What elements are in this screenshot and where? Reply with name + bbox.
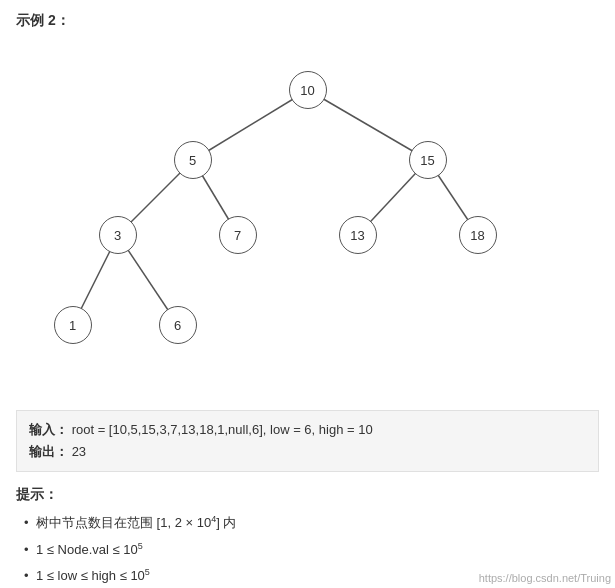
tree-node-10: 10 — [289, 71, 327, 109]
input-label: 输入： — [29, 422, 68, 437]
hint-title: 提示： — [16, 486, 599, 504]
output-value: 23 — [72, 444, 86, 459]
tree-node-6: 6 — [159, 306, 197, 344]
tree-node-3: 3 — [99, 216, 137, 254]
output-line: 输出： 23 — [29, 441, 586, 463]
code-block: 输入： root = [10,5,15,3,7,13,18,1,null,6],… — [16, 410, 599, 472]
tree-node-18: 18 — [459, 216, 497, 254]
tree-diagram: 1051537131816 — [18, 40, 598, 400]
svg-line-1 — [308, 90, 428, 160]
page-container: 示例 2： 1051537131816 输入： root = [10,5,15,… — [0, 0, 615, 588]
tree-node-13: 13 — [339, 216, 377, 254]
watermark: https://blog.csdn.net/Truing — [479, 572, 611, 584]
tree-node-15: 15 — [409, 141, 447, 179]
tree-node-5: 5 — [174, 141, 212, 179]
hint-item-0: 树中节点数目在范围 [1, 2 × 104] 内 — [20, 510, 599, 536]
output-label: 输出： — [29, 444, 68, 459]
input-value: root = [10,5,15,3,7,13,18,1,null,6], low… — [72, 422, 373, 437]
input-line: 输入： root = [10,5,15,3,7,13,18,1,null,6],… — [29, 419, 586, 441]
section-title: 示例 2： — [16, 12, 599, 30]
svg-line-0 — [193, 90, 308, 160]
tree-node-7: 7 — [219, 216, 257, 254]
tree-node-1: 1 — [54, 306, 92, 344]
hint-item-1: 1 ≤ Node.val ≤ 105 — [20, 537, 599, 563]
